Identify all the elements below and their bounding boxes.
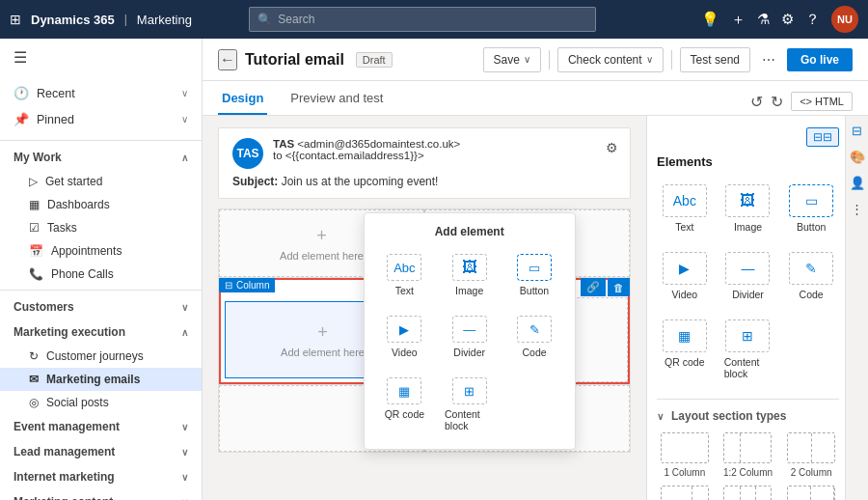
sidebar-item-get-started[interactable]: ▷ Get started bbox=[0, 170, 202, 193]
draft-badge: Draft bbox=[356, 52, 393, 68]
plus-icon[interactable]: ＋ bbox=[731, 11, 746, 29]
element-item-qrcode[interactable]: ▦ QR code bbox=[657, 314, 713, 385]
tab-preview-test[interactable]: Preview and test bbox=[286, 83, 387, 115]
tab-bar: Design Preview and test ↺ ↻ <> HTML bbox=[203, 81, 868, 116]
undo-button[interactable]: ↺ bbox=[750, 93, 763, 111]
panel-tab-blocks[interactable]: ⊟⊟ bbox=[806, 127, 839, 147]
check-content-button[interactable]: Check content ∨ bbox=[557, 47, 664, 72]
element-video-label: Video bbox=[671, 289, 697, 300]
redo-button[interactable]: ↻ bbox=[771, 93, 783, 111]
strip-personalize-icon[interactable]: 👤 bbox=[850, 176, 865, 190]
popup-item-image[interactable]: 🖼 Image bbox=[441, 248, 498, 302]
column-link-btn[interactable]: 🔗 bbox=[581, 278, 606, 296]
journey-icon: ↻ bbox=[29, 349, 39, 363]
sidebar-section-my-work[interactable]: My Work ∧ bbox=[0, 145, 202, 170]
popup-item-qrcode[interactable]: ▦ QR code bbox=[376, 372, 433, 437]
help-icon[interactable]: ？ bbox=[805, 11, 820, 29]
element-item-button[interactable]: ▭ Button bbox=[783, 179, 839, 238]
element-item-content-block[interactable]: ⊞ Content block bbox=[720, 314, 776, 385]
strip-more-icon[interactable]: ⋮ bbox=[851, 202, 863, 216]
settings-icon[interactable]: ⚙ bbox=[781, 11, 794, 28]
sidebar-item-marketing-emails[interactable]: ✉ Marketing emails bbox=[0, 368, 202, 391]
save-button[interactable]: Save ∨ bbox=[483, 47, 541, 72]
sidebar-item-tasks[interactable]: ☑ Tasks bbox=[0, 216, 202, 239]
layout-3-col3 bbox=[756, 486, 771, 500]
strip-style-icon[interactable]: 🎨 bbox=[850, 150, 865, 164]
popup-item-text[interactable]: Abc Text bbox=[376, 248, 433, 302]
layout-item-custom[interactable]: ✎ Custom bbox=[783, 486, 839, 500]
html-button[interactable]: <> HTML bbox=[791, 92, 853, 111]
search-input[interactable] bbox=[278, 13, 587, 26]
popup-button-icon: ▭ bbox=[517, 254, 552, 281]
layout-preview-1col bbox=[661, 432, 709, 463]
sidebar-section-lead-mgmt[interactable]: Lead management ∨ bbox=[0, 439, 202, 464]
layout-item-1-2col[interactable]: 1:2 Column bbox=[720, 432, 776, 478]
lead-mgmt-label: Lead management bbox=[14, 445, 115, 458]
add-element-btn-selected-left[interactable]: + Add element here bbox=[281, 322, 365, 358]
layout-preview-3col bbox=[723, 486, 772, 500]
layout-item-1col[interactable]: 1 Column bbox=[657, 432, 713, 478]
save-label: Save bbox=[494, 53, 520, 67]
sidebar-section-internet-marketing[interactable]: Internet marketing ∨ bbox=[0, 464, 202, 489]
page-title: Tutorial email bbox=[245, 51, 344, 69]
popup-item-video[interactable]: ▶ Video bbox=[376, 310, 433, 364]
element-item-text[interactable]: Abc Text bbox=[657, 179, 713, 238]
recent-section: 🕐 Recent ∨ 📌 Pinned ∨ bbox=[0, 76, 202, 136]
marketing-exec-label: Marketing execution bbox=[14, 325, 125, 339]
email-icon: ✉ bbox=[29, 373, 39, 386]
sidebar-section-marketing-exec[interactable]: Marketing execution ∧ bbox=[0, 319, 202, 345]
element-item-divider[interactable]: — Divider bbox=[720, 246, 776, 306]
tab-design[interactable]: Design bbox=[218, 83, 267, 115]
sidebar-item-social-posts[interactable]: ◎ Social posts bbox=[0, 391, 202, 414]
popup-item-button[interactable]: ▭ Button bbox=[505, 248, 562, 302]
column-delete-btn[interactable]: 🗑 bbox=[608, 278, 630, 296]
sidebar-item-appointments[interactable]: 📅 Appointments bbox=[0, 239, 202, 263]
test-send-button[interactable]: Test send bbox=[680, 47, 750, 72]
element-video-icon: ▶ bbox=[663, 252, 707, 285]
element-item-code[interactable]: ✎ Code bbox=[783, 246, 839, 306]
back-button[interactable]: ← bbox=[218, 49, 237, 70]
layout-col-1 bbox=[662, 433, 708, 462]
internet-marketing-label: Internet marketing bbox=[14, 470, 115, 484]
sidebar-section-marketing-content[interactable]: Marketing content ∨ bbox=[0, 489, 202, 500]
sidebar-item-dashboards[interactable]: ▦ Dashboards bbox=[0, 193, 202, 216]
sidebar-item-pinned[interactable]: 📌 Pinned ∨ bbox=[0, 106, 202, 132]
sidebar-item-phone-calls[interactable]: 📞 Phone Calls bbox=[0, 263, 202, 286]
email-area: TAS TAS <admin@d365domaintest.co.uk> to … bbox=[203, 116, 868, 500]
popup-item-content-block[interactable]: ⊞ Content block bbox=[441, 372, 498, 437]
hamburger-button[interactable]: ☰ bbox=[0, 39, 202, 76]
social-icon: ◎ bbox=[29, 396, 39, 409]
user-avatar[interactable]: NU bbox=[831, 6, 858, 33]
sidebar-section-customers[interactable]: Customers ∨ bbox=[0, 294, 202, 319]
grid-icon[interactable]: ⊞ bbox=[10, 12, 21, 27]
filter-icon[interactable]: ⚗ bbox=[757, 11, 770, 28]
element-image-icon: 🖼 bbox=[725, 184, 770, 217]
layout-item-2-1col[interactable]: 2:1 Column bbox=[657, 486, 713, 500]
layout-item-3col[interactable]: 3 Column bbox=[720, 486, 776, 500]
popup-title: Add element bbox=[376, 225, 563, 238]
layout-item-2col[interactable]: 2 Column bbox=[783, 432, 839, 478]
internet-marketing-chevron: ∨ bbox=[181, 472, 188, 483]
add-element-btn-top-left[interactable]: + Add element here bbox=[280, 226, 364, 262]
collapse-icon[interactable]: ∨ bbox=[657, 411, 664, 422]
strip-blocks-icon[interactable]: ⊟ bbox=[852, 124, 862, 138]
email-subject: Subject: Join us at the upcoming event! bbox=[232, 175, 616, 188]
lightbulb-icon[interactable]: 💡 bbox=[701, 11, 719, 28]
topbar: ⊞ Dynamics 365 | Marketing 🔍 💡 ＋ ⚗ ⚙ ？ N… bbox=[0, 0, 868, 39]
popup-item-divider[interactable]: — Divider bbox=[441, 310, 498, 364]
popup-item-code[interactable]: ✎ Code bbox=[505, 310, 562, 364]
column-section-toolbar-btns: 🔗 🗑 bbox=[581, 278, 630, 296]
search-bar[interactable]: 🔍 bbox=[249, 7, 596, 32]
element-item-video[interactable]: ▶ Video bbox=[657, 246, 713, 306]
element-item-image[interactable]: 🖼 Image bbox=[720, 179, 776, 238]
sidebar-item-customer-journeys[interactable]: ↻ Customer journeys bbox=[0, 345, 202, 368]
dashboards-label: Dashboards bbox=[47, 198, 110, 211]
go-live-button[interactable]: Go live bbox=[787, 48, 853, 71]
element-content-block-icon: ⊞ bbox=[725, 319, 770, 352]
sidebar-item-recent[interactable]: 🕐 Recent ∨ bbox=[0, 80, 202, 106]
email-settings-icon[interactable]: ⚙ bbox=[606, 140, 618, 155]
phone-icon: 📞 bbox=[29, 267, 43, 281]
layout-3-col2 bbox=[741, 486, 756, 500]
sidebar-section-event-mgmt[interactable]: Event management ∨ bbox=[0, 414, 202, 439]
more-options-icon[interactable]: ⋯ bbox=[758, 48, 779, 71]
